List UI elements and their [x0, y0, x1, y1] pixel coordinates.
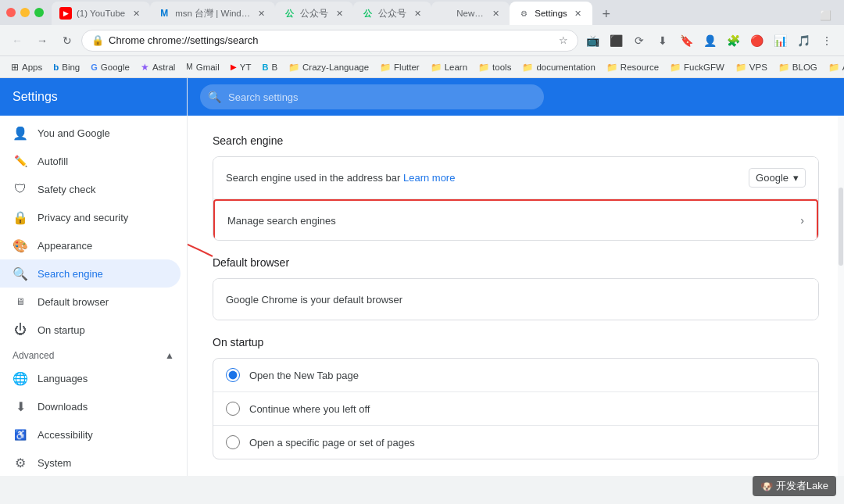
bookmarks-bar: ⊞ Apps b Bing G Google ★ Astral M Gmail …: [0, 56, 844, 78]
extension4-icon[interactable]: 🎵: [792, 30, 814, 52]
sidebar-item-accessibility[interactable]: ♿ Accessibility: [0, 420, 187, 449]
bookmark-fuckgfw[interactable]: 📁 FuckGFW: [665, 60, 729, 74]
default-browser-card: Google Chrome is your default browser: [213, 278, 819, 320]
bookmark-apps[interactable]: ⊞ Apps: [6, 60, 47, 74]
docs-label: documentation: [536, 63, 595, 72]
tab-newtab[interactable]: New Tab ✕: [431, 2, 510, 25]
sidebar-item-autofill[interactable]: ✏️ Autofill: [0, 147, 187, 175]
learn-more-link[interactable]: Learn more: [403, 172, 455, 184]
cast-icon[interactable]: 📺: [581, 30, 603, 52]
newtab-tab-close[interactable]: ✕: [489, 7, 502, 20]
gzh1-tab-close[interactable]: ✕: [333, 7, 345, 20]
folder-flutter-icon: 📁: [380, 62, 391, 73]
search-engine-current: Google: [756, 172, 789, 184]
close-button[interactable]: [6, 8, 16, 17]
back-button[interactable]: ←: [6, 30, 28, 52]
extension2-icon[interactable]: 🔴: [746, 30, 767, 52]
bookmark-blog[interactable]: 📁 BLOG: [774, 60, 822, 74]
bookmark-vps[interactable]: 📁 VPS: [731, 60, 772, 74]
youtube-tab-close[interactable]: ✕: [130, 7, 142, 20]
tab-gongzhonghao2[interactable]: 公 公众号 ✕: [353, 2, 431, 25]
bookmark-flutter[interactable]: 📁 Flutter: [375, 60, 424, 74]
tab-youtube[interactable]: ▶ (1) YouTube ✕: [52, 2, 150, 25]
default-browser-label: Google Chrome is your default browser: [226, 294, 806, 306]
sidebar-item-you-and-google[interactable]: 👤 You and Google: [0, 119, 187, 147]
toolbar-icons: 📺 ⬛ ⟳ ⬇ 🔖 👤 🧩 🔴 📊 🎵 ⋮: [581, 30, 838, 52]
youtube-favicon: ▶: [59, 7, 72, 20]
bookmark-crazy-language[interactable]: 📁 Crazy-Language: [284, 60, 374, 74]
bookmark-google[interactable]: G Google: [86, 61, 134, 73]
history-icon[interactable]: ⟳: [628, 30, 650, 52]
sidebar-item-on-startup[interactable]: ⏻ On startup: [0, 316, 187, 344]
browser-maximize-icon[interactable]: ⬜: [816, 6, 835, 25]
sidebar-item-system[interactable]: ⚙ System: [0, 449, 187, 476]
menu-icon[interactable]: ⋮: [816, 30, 838, 52]
scrollbar-thumb[interactable]: [839, 188, 843, 266]
startup-radio-continue[interactable]: [226, 402, 240, 416]
b-icon: B: [262, 63, 268, 72]
startup-label: On startup: [38, 324, 85, 336]
tools-label: tools: [492, 63, 511, 72]
startup-radio-specific[interactable]: [226, 435, 240, 449]
downloads-icon[interactable]: ⬇: [652, 30, 674, 52]
safety-label: Safety check: [38, 184, 95, 195]
yt-icon: ▶: [231, 63, 237, 71]
search-engine-row: Search engine used in the address bar Le…: [213, 157, 818, 199]
settings-top-bar: 🔍: [188, 78, 844, 116]
sidebar-item-appearance[interactable]: 🎨 Appearance: [0, 231, 187, 259]
sidebar-item-default-browser[interactable]: 🖥 Default browser: [0, 288, 187, 316]
bookmark-icon[interactable]: 🔖: [675, 30, 697, 52]
tab-settings[interactable]: ⚙ Settings ✕: [510, 2, 592, 25]
advanced-content-toggle[interactable]: Advanced ▲: [213, 475, 819, 476]
bookmark-tools[interactable]: 📁 tools: [474, 60, 516, 74]
search-engine-row-label: Search engine used in the address bar Le…: [226, 172, 749, 184]
refresh-button[interactable]: ↻: [56, 30, 78, 52]
autofill-icon: ✏️: [13, 153, 28, 169]
bookmark-learn[interactable]: 📁 Learn: [426, 60, 472, 74]
search-engine-card: Search engine used in the address bar Le…: [213, 156, 819, 241]
startup-radio-new-tab[interactable]: [226, 368, 240, 382]
sidebar-item-languages[interactable]: 🌐 Languages: [0, 364, 187, 392]
startup-option-continue: Continue where you left off: [213, 392, 818, 426]
yt-label: YT: [240, 63, 252, 72]
msn-tab-close[interactable]: ✕: [255, 7, 267, 20]
tab-msn[interactable]: M msn 台灣 | Windows 10, Wi... ✕: [150, 2, 275, 25]
tab-gongzhonghao1[interactable]: 公 公众号 ✕: [275, 2, 353, 25]
extension1-icon[interactable]: 🧩: [722, 30, 744, 52]
settings-search-input[interactable]: [200, 84, 544, 109]
new-tab-button[interactable]: +: [595, 3, 617, 25]
sidebar-item-privacy[interactable]: 🔒 Privacy and security: [0, 203, 187, 231]
fullscreen-button[interactable]: [34, 8, 44, 17]
forward-button[interactable]: →: [31, 30, 53, 52]
bookmark-gmail[interactable]: M Gmail: [181, 61, 224, 73]
extension3-icon[interactable]: 📊: [769, 30, 791, 52]
sidebar-item-safety-check[interactable]: 🛡 Safety check: [0, 175, 187, 203]
newtab-favicon: [439, 7, 452, 20]
bookmark-astral[interactable]: ★ Astral: [136, 60, 180, 74]
bookmark-documentation[interactable]: 📁 documentation: [517, 60, 599, 74]
screenshot-icon[interactable]: ⬛: [605, 30, 627, 52]
bookmark-star-icon[interactable]: ☆: [559, 34, 568, 46]
settings-tab-close[interactable]: ✕: [572, 7, 585, 20]
search-engine-dropdown[interactable]: Google ▾: [749, 168, 806, 188]
b-label: B: [271, 63, 277, 72]
profile-icon[interactable]: 👤: [699, 30, 721, 52]
flutter-label: Flutter: [394, 63, 420, 72]
bookmark-apilib[interactable]: 📁 ApiLib: [824, 60, 844, 74]
gzh2-tab-close[interactable]: ✕: [411, 7, 424, 20]
advanced-chevron-icon: ▲: [165, 350, 174, 361]
sidebar-item-downloads[interactable]: ⬇ Downloads: [0, 392, 187, 420]
minimize-button[interactable]: [20, 8, 30, 17]
bookmark-yt[interactable]: ▶ YT: [226, 61, 256, 73]
url-bar[interactable]: 🔒 Chrome chrome://settings/search ☆: [81, 30, 578, 52]
advanced-section-toggle[interactable]: Advanced ▲: [0, 344, 187, 364]
bookmark-bing[interactable]: b Bing: [48, 61, 84, 73]
sidebar-item-search-engine[interactable]: 🔍 Search engine: [0, 259, 181, 288]
default-browser-section-title: Default browser: [213, 256, 819, 269]
search-engine-label: Search engine: [38, 268, 103, 280]
bookmark-resource[interactable]: 📁 Resource: [602, 60, 663, 74]
bookmark-b[interactable]: B B: [257, 61, 282, 73]
manage-search-engines-row[interactable]: Manage search engines ›: [213, 199, 818, 240]
watermark-text: 开发者Lake: [776, 479, 828, 493]
apps-icon: ⊞: [11, 62, 19, 73]
